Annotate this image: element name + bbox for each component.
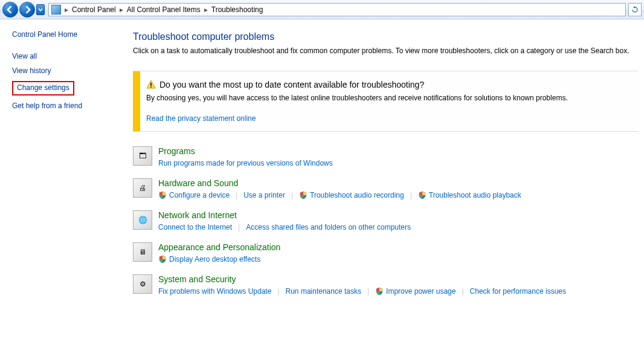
- sidebar-link-view-history[interactable]: View history: [12, 66, 51, 75]
- chevron-right-icon[interactable]: ▸: [63, 5, 69, 14]
- category-body: System and SecurityFix problems with Win…: [158, 274, 638, 297]
- category-links: Configure a device|Use a printer|Trouble…: [158, 190, 638, 201]
- category-icon: 🖨: [133, 178, 152, 198]
- troubleshooter-link[interactable]: Display Aero desktop effects: [158, 254, 260, 265]
- link-label: Improve power usage: [386, 287, 456, 296]
- refresh-icon: [631, 6, 639, 13]
- category-icon: 🌐: [133, 210, 152, 230]
- navigation-bar: ▸ Control Panel ▸ All Control Panel Item…: [0, 0, 644, 19]
- svg-rect-1: [150, 86, 152, 88]
- troubleshooter-link[interactable]: Troubleshoot audio recording: [299, 190, 404, 201]
- category-icon: 🗔: [133, 146, 152, 166]
- chevron-right-icon[interactable]: ▸: [118, 5, 124, 14]
- link-label: Use a printer: [243, 191, 285, 199]
- troubleshooter-link[interactable]: Run maintenance tasks: [286, 286, 361, 297]
- shield-icon: [418, 191, 427, 199]
- troubleshooter-link[interactable]: Access shared files and folders on other…: [246, 222, 411, 233]
- sidebar-link-view-all[interactable]: View all: [12, 52, 37, 60]
- page-title: Troubleshoot computer problems: [133, 31, 638, 42]
- refresh-button[interactable]: [628, 3, 642, 16]
- category-title[interactable]: System and Security: [158, 274, 638, 284]
- breadcrumb-item[interactable]: Control Panel: [69, 4, 118, 16]
- breadcrumb-item[interactable]: All Control Panel Items: [124, 4, 203, 16]
- shield-icon: [299, 191, 308, 199]
- link-label: Run maintenance tasks: [286, 287, 361, 296]
- troubleshooter-link[interactable]: Connect to the Internet: [158, 222, 232, 233]
- category-title[interactable]: Appearance and Personalization: [158, 242, 638, 252]
- breadcrumb-item[interactable]: Troubleshooting: [209, 4, 266, 16]
- troubleshooter-link[interactable]: Configure a device: [158, 190, 230, 201]
- separator: |: [462, 287, 463, 296]
- category-body: Hardware and SoundConfigure a device|Use…: [158, 178, 638, 201]
- arrow-left-icon: [6, 5, 14, 14]
- breadcrumb[interactable]: ▸ Control Panel ▸ All Control Panel Item…: [48, 3, 626, 16]
- troubleshooter-link[interactable]: Fix problems with Windows Update: [158, 286, 271, 297]
- category-body: Network and InternetConnect to the Inter…: [158, 210, 638, 233]
- privacy-statement-link[interactable]: Read the privacy statement online: [146, 114, 256, 123]
- separator: |: [238, 223, 240, 231]
- category-icon: 🖥: [133, 242, 152, 262]
- separator: |: [277, 287, 279, 296]
- sidebar-link-change-settings[interactable]: Change settings: [12, 81, 74, 95]
- category-body: Appearance and PersonalizationDisplay Ae…: [158, 242, 638, 265]
- page-subtitle: Click on a task to automatically trouble…: [133, 46, 638, 56]
- troubleshooter-link[interactable]: Run programs made for previous versions …: [158, 158, 333, 169]
- notice-description: By choosing yes, you will have access to…: [146, 93, 628, 103]
- category: ⚙System and SecurityFix problems with Wi…: [133, 274, 638, 297]
- shield-icon: [158, 191, 167, 199]
- notice-accent-bar: [133, 71, 140, 131]
- notice-question-text: Do you want the most up to date content …: [159, 80, 424, 89]
- chevron-down-icon: [38, 7, 43, 12]
- notice-box: Do you want the most up to date content …: [133, 71, 638, 132]
- arrow-right-icon: [23, 5, 31, 14]
- link-label: Run programs made for previous versions …: [158, 159, 333, 167]
- troubleshooter-link[interactable]: Improve power usage: [375, 286, 456, 297]
- warning-icon: [146, 80, 156, 89]
- category-links: Display Aero desktop effects: [158, 254, 638, 265]
- link-label: Troubleshoot audio playback: [429, 191, 521, 199]
- link-label: Fix problems with Windows Update: [158, 287, 271, 296]
- control-panel-home-link[interactable]: Control Panel Home: [12, 30, 121, 39]
- notice-body: Do you want the most up to date content …: [140, 71, 638, 131]
- content-area: Control Panel Home View all View history…: [0, 19, 644, 359]
- category: 🌐Network and InternetConnect to the Inte…: [133, 210, 638, 233]
- separator: |: [236, 191, 237, 199]
- link-label: Access shared files and folders on other…: [246, 223, 411, 231]
- category-links: Run programs made for previous versions …: [158, 158, 638, 169]
- notice-question: Do you want the most up to date content …: [146, 80, 628, 89]
- categories-list: 🗔ProgramsRun programs made for previous …: [133, 146, 638, 297]
- link-label: Troubleshoot audio recording: [310, 191, 404, 199]
- nav-history-dropdown[interactable]: [36, 4, 45, 15]
- link-label: Connect to the Internet: [158, 223, 232, 231]
- link-label: Configure a device: [169, 191, 230, 199]
- sidebar: Control Panel Home View all View history…: [0, 19, 127, 359]
- troubleshooter-link[interactable]: Check for performance issues: [470, 286, 566, 297]
- category: 🖨Hardware and SoundConfigure a device|Us…: [133, 178, 638, 201]
- category-links: Connect to the Internet|Access shared fi…: [158, 222, 638, 233]
- shield-icon: [375, 287, 384, 296]
- forward-button[interactable]: [19, 2, 35, 18]
- troubleshooter-link[interactable]: Troubleshoot audio playback: [418, 190, 521, 201]
- troubleshooter-link[interactable]: Use a printer: [243, 190, 285, 201]
- control-panel-icon: [51, 5, 61, 15]
- category: 🖥Appearance and PersonalizationDisplay A…: [133, 242, 638, 265]
- separator: |: [291, 191, 293, 199]
- separator: |: [367, 287, 369, 296]
- chevron-right-icon[interactable]: ▸: [203, 5, 209, 14]
- separator: |: [410, 191, 412, 199]
- back-button[interactable]: [2, 2, 18, 18]
- category-links: Fix problems with Windows Update|Run mai…: [158, 286, 638, 297]
- link-label: Check for performance issues: [470, 287, 566, 296]
- category-icon: ⚙: [133, 274, 152, 294]
- category-title[interactable]: Hardware and Sound: [158, 178, 638, 188]
- category-title[interactable]: Network and Internet: [158, 210, 638, 220]
- category-body: ProgramsRun programs made for previous v…: [158, 146, 638, 169]
- category-title[interactable]: Programs: [158, 146, 638, 156]
- category: 🗔ProgramsRun programs made for previous …: [133, 146, 638, 169]
- link-label: Display Aero desktop effects: [169, 255, 260, 264]
- main-panel: Troubleshoot computer problems Click on …: [127, 19, 644, 359]
- shield-icon: [158, 255, 167, 264]
- sidebar-link-get-help[interactable]: Get help from a friend: [12, 102, 82, 110]
- svg-rect-0: [150, 83, 152, 86]
